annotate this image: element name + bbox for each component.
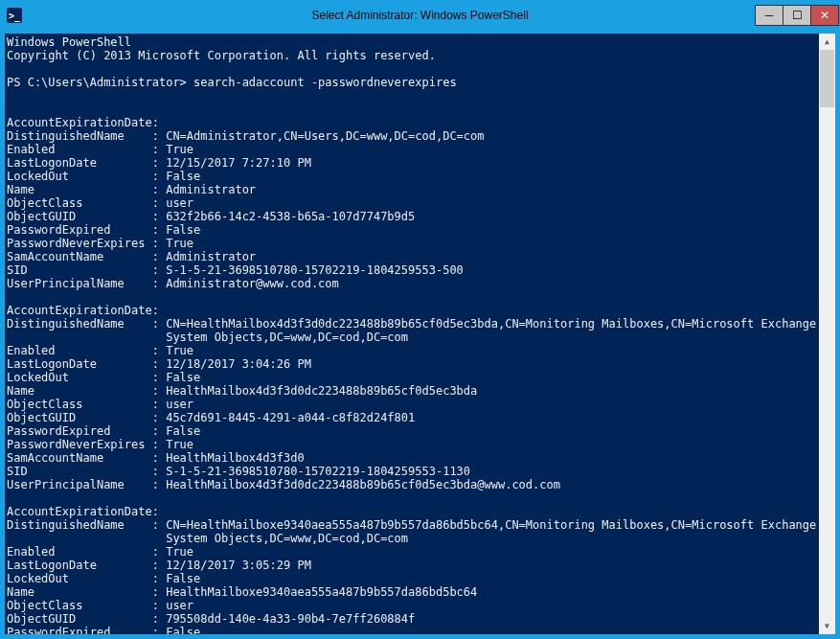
powershell-icon: >_	[7, 8, 22, 23]
vertical-scrollbar[interactable]: ▲ ▼	[819, 34, 835, 634]
scroll-thumb[interactable]	[820, 50, 834, 107]
console[interactable]: Windows PowerShell Copyright (C) 2013 Mi…	[5, 34, 835, 634]
window-controls: ─ ☐ ✕	[756, 5, 839, 26]
scroll-track[interactable]	[819, 50, 835, 618]
minimize-button[interactable]: ─	[755, 5, 783, 26]
scroll-up-button[interactable]: ▲	[819, 34, 835, 50]
powershell-window: >_ Select Administrator: Windows PowerSh…	[0, 0, 840, 639]
close-button[interactable]: ✕	[810, 5, 839, 26]
console-output: Windows PowerShell Copyright (C) 2013 Mi…	[7, 35, 833, 634]
maximize-button[interactable]: ☐	[783, 5, 811, 26]
titlebar[interactable]: >_ Select Administrator: Windows PowerSh…	[1, 1, 839, 30]
scroll-down-button[interactable]: ▼	[819, 618, 835, 634]
client-area: Windows PowerShell Copyright (C) 2013 Mi…	[1, 30, 839, 638]
window-title: Select Administrator: Windows PowerShell	[0, 9, 840, 22]
